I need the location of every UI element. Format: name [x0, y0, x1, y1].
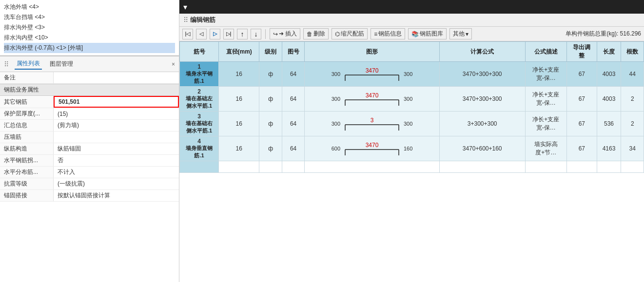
insert-icon: ↪: [273, 31, 278, 38]
nav-first-button[interactable]: |◁: [182, 29, 193, 39]
col-header-shape: 图形: [305, 42, 439, 62]
cell-desc-1: 净长+支座宽-保…: [525, 87, 566, 112]
prop-label-8: 锚固搭接: [0, 190, 54, 201]
cell-formula-3: 3470+600+160: [439, 136, 525, 161]
cell-rownum-4: [180, 161, 219, 173]
cell-grade-0: ф: [259, 62, 282, 87]
cell-fignum-0: 64: [282, 62, 304, 87]
prop-label-6: 水平分布筋...: [0, 167, 54, 178]
cell-grade-3: ф: [259, 136, 282, 161]
cell-adj-1: 67: [567, 87, 597, 112]
cell-shape-3: 600 3470 160: [305, 136, 439, 161]
prop-value-note[interactable]: [54, 76, 179, 79]
table-row[interactable]: [180, 161, 644, 173]
cell-formula-4: [439, 161, 525, 173]
rebar-table-container[interactable]: 筋号 直径(mm) 级别 图号 图形 计算公式 公式描述 导出调整 长度 根数 …: [179, 41, 644, 282]
prop-value-3[interactable]: [54, 136, 179, 139]
prop-row-5: 水平钢筋拐... 否: [0, 155, 179, 167]
col-header-fignum: 图号: [282, 42, 304, 62]
rebar-info-icon: ≡: [374, 31, 377, 38]
nav-last-button[interactable]: ▷|: [223, 29, 234, 39]
prop-label-5: 水平钢筋拐...: [0, 155, 54, 166]
prop-value-1[interactable]: (15): [54, 109, 179, 119]
cell-count-1: 2: [621, 87, 644, 112]
cell-length-2: 536: [597, 112, 621, 136]
total-value: 516.296: [620, 30, 641, 37]
cell-grade-4: [259, 161, 282, 173]
svg-text:3470: 3470: [366, 92, 379, 99]
nav-next-button[interactable]: ▷: [210, 29, 220, 39]
cell-shape-0: 300 3470 300: [305, 62, 439, 87]
prop-label-7: 抗震等级: [0, 178, 54, 189]
rebar-info-label: 钢筋信息: [378, 30, 402, 38]
prop-row-4: 纵筋构造 纵筋锚固: [0, 143, 179, 155]
cell-adj-4: [567, 161, 597, 173]
list-item-1[interactable]: 洗车台挡墙 <4>: [4, 12, 175, 22]
prop-row-7: 抗震等级 (一级抗震): [0, 178, 179, 190]
col-header-num: 筋号: [180, 42, 219, 62]
props-drag-handle: ⠿: [4, 60, 9, 68]
right-panel: ▾ ⠿ 编辑钢筋 |◁ ◁ ▷ ▷| ↑ ↓ ↪ ➜ 插入 🗑 删除 ⌬ 缩尺配…: [179, 0, 644, 282]
nav-down-button[interactable]: ↓: [251, 29, 261, 39]
cell-adj-0: 67: [567, 62, 597, 87]
cell-rownum-0: 1墙身水平钢筋.1: [180, 62, 219, 87]
prop-label-note: 备注: [0, 72, 54, 83]
cell-rownum-1: 2墙在基础左侧水平筋.1: [180, 87, 219, 112]
collapse-icon[interactable]: ▾: [183, 2, 187, 12]
table-row[interactable]: 4墙身垂直钢筋.116ф64 600 3470 160 3470+600+160…: [180, 136, 644, 161]
insert-button[interactable]: ↪ ➜ 插入: [270, 28, 300, 39]
prop-row-1: 保护层厚度(... (15): [0, 108, 179, 120]
table-row[interactable]: 2墙在基础左侧水平筋.116ф64 300 3470 300 3470+300+…: [180, 87, 644, 112]
cell-fignum-3: 64: [282, 136, 304, 161]
top-dark-bar: ▾: [179, 0, 644, 14]
prop-value-4: 纵筋锚固: [54, 143, 179, 154]
rebar-lib-button[interactable]: 📚 钢筋图库: [408, 28, 447, 39]
prop-row-8: 锚固搭接 按默认锚固搭接计算: [0, 190, 179, 202]
prop-value-2[interactable]: (剪力墙): [54, 120, 179, 131]
cell-formula-1: 3470+300+300: [439, 87, 525, 112]
rebar-info-button[interactable]: ≡ 钢筋信息: [371, 28, 405, 39]
cell-count-2: 2: [621, 112, 644, 136]
tab-properties[interactable]: 属性列表: [15, 58, 42, 70]
tab-layers[interactable]: 图层管理: [48, 59, 75, 69]
rebar-table: 筋号 直径(mm) 级别 图号 图形 计算公式 公式描述 导出调整 长度 根数 …: [179, 41, 644, 173]
rebar-lib-icon: 📚: [411, 31, 419, 38]
cell-length-0: 4003: [597, 62, 621, 87]
prop-value-0[interactable]: 501,501: [54, 96, 179, 108]
prop-label-1: 保护层厚度(...: [0, 108, 54, 119]
delete-button[interactable]: 🗑 删除: [303, 28, 329, 39]
cell-desc-4: [525, 161, 566, 173]
props-panel: ⠿ 属性列表 图层管理 × 备注 钢筋业务属性 其它钢筋 501,501 保护层…: [0, 56, 179, 282]
nav-prev-button[interactable]: ◁: [196, 29, 207, 39]
cell-diameter-0: 16: [219, 62, 259, 87]
separator-1: [265, 29, 266, 39]
list-item-3[interactable]: 排水沟内壁 <10>: [4, 33, 175, 43]
list-item-2[interactable]: 排水沟外壁 <3>: [4, 22, 175, 33]
scale-label: 缩尺配筋: [341, 30, 364, 38]
cell-shape-2: 300 3 300: [305, 112, 439, 136]
prop-row-3: 压墙筋: [0, 132, 179, 143]
table-row[interactable]: 3墙在基础右侧水平筋.116ф64 300 3 300 3+300+300净长+…: [180, 112, 644, 136]
total-weight: 单构件钢筋总重(kg): 516.296: [566, 30, 641, 38]
cell-count-0: 44: [621, 62, 644, 87]
cell-count-4: [621, 161, 644, 173]
delete-icon: 🗑: [307, 31, 312, 38]
prop-row-2: 汇总信息 (剪力墙): [0, 120, 179, 132]
prop-label-4: 纵筋构造: [0, 143, 54, 154]
scale-button[interactable]: ⌬ 缩尺配筋: [332, 28, 368, 39]
nav-up-button[interactable]: ↑: [237, 29, 248, 39]
other-button[interactable]: 其他 ▾: [449, 28, 472, 39]
list-item-4[interactable]: 排水沟外壁 (-0.7高) <1> [外墙]: [4, 43, 175, 53]
col-header-count: 根数: [621, 42, 644, 62]
prop-value-5: 否: [54, 155, 179, 166]
left-panel: 水池外墙 <4> 洗车台挡墙 <4> 排水沟外壁 <3> 排水沟内壁 <10> …: [0, 0, 179, 282]
list-item-0[interactable]: 水池外墙 <4>: [4, 2, 175, 12]
table-row[interactable]: 1墙身水平钢筋.116ф64 300 3470 300 3470+300+300…: [180, 62, 644, 87]
svg-text:3: 3: [371, 117, 374, 124]
props-close-button[interactable]: ×: [172, 61, 175, 68]
cell-diameter-4: [219, 161, 259, 173]
left-list: 水池外墙 <4> 洗车台挡墙 <4> 排水沟外壁 <3> 排水沟内壁 <10> …: [0, 0, 179, 56]
prop-row-0: 其它钢筋 501,501: [0, 96, 179, 108]
section-rebar-props: 钢筋业务属性: [0, 84, 179, 96]
total-label: 单构件钢筋总重(kg):: [566, 30, 618, 37]
